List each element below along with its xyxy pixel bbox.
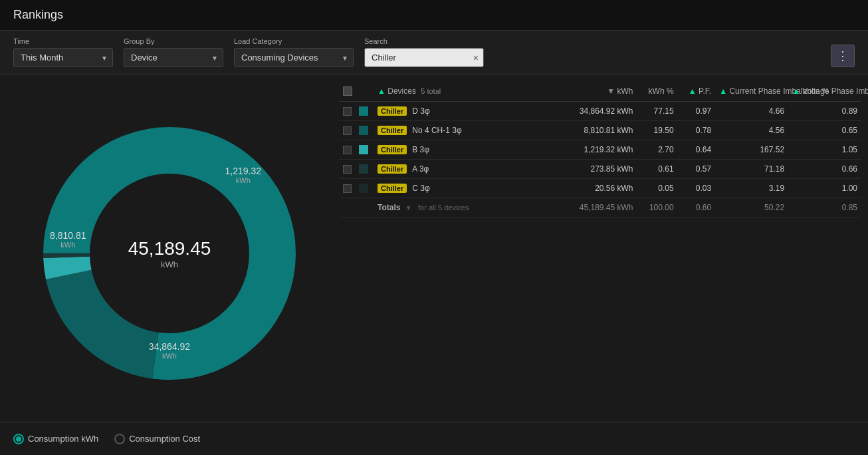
row-kwh: 273.85 kWh (562, 160, 637, 179)
row-voltage-phase: 0.66 (788, 160, 861, 179)
row-checkbox[interactable] (343, 126, 352, 135)
totals-for-devices: for all 5 devices (418, 204, 469, 212)
row-color-swatch (359, 145, 368, 154)
totals-sort-icon: ▼ (405, 204, 412, 212)
search-group: Search × (364, 37, 484, 67)
row-kwh-pct: 77.15 (637, 102, 678, 121)
groupby-group: Group By Device (124, 37, 223, 67)
row-pf: 0.03 (678, 179, 716, 198)
totals-current-phase: 50.22 (715, 198, 788, 218)
col-pf-sort-icon: ▲ (689, 86, 697, 96)
row-checkbox[interactable] (343, 165, 352, 174)
row-kwh: 34,864.92 kWh (562, 102, 637, 121)
page-title: Rankings (13, 8, 63, 21)
time-select-wrapper: This Month (13, 48, 113, 67)
legend-cost-label: Consumption Cost (129, 434, 200, 444)
col-devices-total: 5 total (421, 87, 441, 95)
row-voltage-phase: 0.89 (788, 102, 861, 121)
table-row: Chiller A 3φ 273.85 kWh 0.61 0.57 71.18 … (339, 160, 861, 179)
device-name-cell: Chiller D 3φ (378, 106, 558, 116)
search-input[interactable] (364, 48, 484, 67)
device-name: A 3φ (412, 164, 429, 174)
row-current-phase: 4.66 (715, 102, 788, 121)
row-color-swatch (359, 126, 368, 135)
row-voltage-phase: 0.65 (788, 121, 861, 140)
search-clear-icon[interactable]: × (473, 53, 479, 63)
col-devices-label: Devices (387, 86, 416, 96)
device-name: C 3φ (412, 184, 429, 193)
col-kwh-label: kWh (617, 86, 633, 96)
device-name-cell: Chiller C 3φ (378, 184, 558, 193)
row-kwh-pct: 19.50 (637, 121, 678, 140)
row-current-phase: 71.18 (715, 160, 788, 179)
row-current-phase: 167.52 (715, 140, 788, 160)
legend-cost-radio[interactable] (114, 434, 125, 444)
row-checkbox[interactable] (343, 146, 352, 154)
row-kwh: 20.56 kWh (562, 179, 637, 198)
device-name: No 4 CH-1 3φ (412, 126, 461, 135)
row-kwh-pct: 2.70 (637, 140, 678, 160)
table-row: Chiller D 3φ 34,864.92 kWh 77.15 0.97 4.… (339, 102, 861, 121)
legend-kwh-radio[interactable] (13, 434, 24, 444)
loadcategory-select-wrapper: Consuming Devices (234, 48, 354, 67)
rankings-table: ▲ Devices 5 total ▼ kWh kWh % ▲ P.F. ▲ (339, 81, 861, 218)
device-name-cell: Chiller B 3φ (378, 145, 558, 154)
chart-label-top: 1,219.32 kWh (225, 166, 262, 184)
loadcategory-label: Load Category (234, 37, 354, 45)
totals-voltage-phase: 0.85 (788, 198, 861, 218)
chart-center-label: 45,189.45 kWh (128, 238, 211, 269)
col-current-sort-icon: ▲ (719, 86, 727, 96)
chart-label-left-value: 8,810.81 (50, 230, 86, 241)
totals-kwh-pct: 100.00 (637, 198, 678, 218)
chart-label-bottom: 34,864.92 kWh (149, 341, 190, 360)
time-label: Time (13, 37, 113, 45)
table-row: Chiller No 4 CH-1 3φ 8,810.81 kWh 19.50 … (339, 121, 861, 140)
chart-label-top-unit: kWh (225, 176, 262, 184)
totals-label: Totals (378, 203, 400, 212)
chart-center-unit: kWh (128, 259, 211, 269)
row-color-swatch (359, 164, 368, 174)
toolbar: Time This Month Group By Device Load Cat… (0, 31, 868, 75)
time-select[interactable]: This Month (13, 48, 113, 67)
totals-kwh: 45,189.45 kWh (562, 198, 637, 218)
chart-center-value: 45,189.45 (128, 238, 211, 259)
chart-label-bottom-value: 34,864.92 (149, 341, 190, 352)
row-kwh: 8,810.81 kWh (562, 121, 637, 140)
row-pf: 0.97 (678, 102, 716, 121)
device-tag: Chiller (378, 106, 407, 116)
loadcategory-select[interactable]: Consuming Devices (234, 48, 354, 67)
col-devices-sort-icon: ▲ (378, 86, 385, 96)
legend-item-kwh[interactable]: Consumption kWh (13, 434, 98, 444)
header-bar: Rankings (0, 0, 868, 31)
device-tag: Chiller (378, 145, 407, 154)
legend-bar: Consumption kWh Consumption Cost (0, 422, 868, 455)
row-checkbox[interactable] (343, 184, 352, 193)
row-pf: 0.78 (678, 121, 716, 140)
col-kwh-sort-icon: ▼ (607, 86, 615, 96)
chart-label-left: 8,810.81 kWh (50, 230, 86, 249)
device-name-cell: Chiller No 4 CH-1 3φ (378, 126, 558, 135)
row-color-swatch (359, 106, 368, 116)
time-group: Time This Month (13, 37, 113, 67)
row-checkbox[interactable] (343, 107, 352, 116)
table-row: Chiller B 3φ 1,219.32 kWh 2.70 0.64 167.… (339, 140, 861, 160)
chart-label-left-unit: kWh (50, 241, 86, 249)
legend-item-cost[interactable]: Consumption Cost (114, 434, 200, 444)
header-checkbox[interactable] (343, 86, 352, 96)
totals-pf: 0.60 (678, 198, 716, 218)
totals-row: Totals ▼ for all 5 devices 45,189.45 kWh… (339, 198, 861, 218)
groupby-select[interactable]: Device (124, 48, 223, 67)
chart-label-top-value: 1,219.32 (225, 166, 262, 176)
row-color-swatch (359, 184, 368, 193)
row-kwh-pct: 0.05 (637, 179, 678, 198)
more-options-button[interactable]: ⋮ (831, 45, 855, 67)
groupby-label: Group By (124, 37, 223, 45)
col-voltage-phase-label: Voltage Phase Imbalance % (802, 86, 868, 96)
search-wrapper: × (364, 48, 484, 67)
groupby-select-wrapper: Device (124, 48, 223, 67)
donut-chart: 45,189.45 kWh 1,219.32 kWh 8,810.81 kWh … (43, 127, 296, 380)
row-kwh: 1,219.32 kWh (562, 140, 637, 160)
device-name: D 3φ (412, 106, 429, 116)
device-tag: Chiller (378, 164, 407, 174)
row-voltage-phase: 1.05 (788, 140, 861, 160)
